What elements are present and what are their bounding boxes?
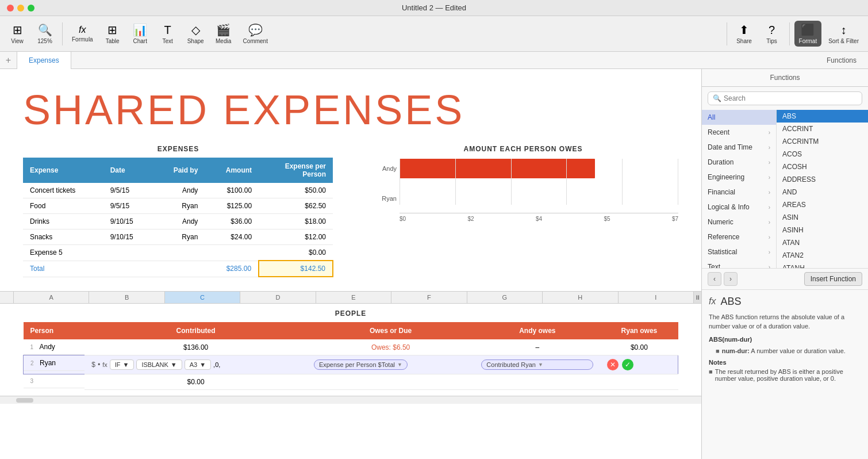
chip-expense-per-person[interactable]: Expense per Person $Total ▼ — [314, 359, 408, 370]
table-row[interactable]: Snacks 9/10/15 Ryan $24.00 $12.00 — [23, 230, 333, 245]
function-atanh[interactable]: ATANH — [777, 262, 868, 268]
divider-3 — [789, 22, 790, 45]
comment-button[interactable]: 💬 Comment — [239, 21, 272, 47]
shape-button[interactable]: ◇ Shape — [183, 21, 209, 47]
chart-button[interactable]: 📊 Chart — [128, 21, 153, 47]
panel-header: Functions — [702, 69, 868, 87]
people-row-2[interactable]: 2 Ryan $ • fx IF ▼ ISBLANK ▼ A3 ▼ — [24, 355, 678, 374]
category-duration[interactable]: Duration › — [702, 155, 776, 170]
nav-next-button[interactable]: › — [724, 272, 738, 286]
chip-contributed-ryan[interactable]: Contributed Ryan ▼ — [481, 359, 593, 370]
view-button[interactable]: ⊞ View — [5, 21, 30, 47]
people-row-1[interactable]: 1 Andy $136.00 Owes: $6.50 – $0.00 — [24, 339, 678, 355]
search-input[interactable] — [724, 94, 857, 102]
chart-section: AMOUNT EACH PERSON OWES — [368, 145, 678, 222]
people-table: Person Contributed Owes or Due Andy owes… — [23, 322, 678, 390]
col-header-a[interactable]: A — [14, 292, 89, 303]
a3-select[interactable]: A3 ▼ — [185, 359, 211, 370]
function-acos[interactable]: ACOS — [777, 148, 868, 160]
tips-button[interactable]: ? Tips — [759, 21, 785, 47]
col-expense-per-person: Expense perPerson — [259, 158, 333, 183]
maximize-button[interactable] — [28, 5, 34, 12]
function-detail: fx ABS The ABS function returns the abso… — [702, 290, 868, 460]
main-area: SHARED EXPENSES EXPENSES Expense Date Pa… — [0, 69, 868, 459]
function-atan2[interactable]: ATAN2 — [777, 249, 868, 262]
search-box[interactable]: 🔍 — [708, 91, 862, 105]
category-statistical[interactable]: Statistical › — [702, 244, 776, 259]
category-engineering[interactable]: Engineering › — [702, 170, 776, 185]
confirm-formula-button[interactable]: ✓ — [622, 359, 633, 370]
hscroll-thumb[interactable] — [16, 398, 33, 403]
row-num-3: 3 — [30, 378, 37, 384]
category-recent[interactable]: Recent › — [702, 125, 776, 140]
zoom-button[interactable]: 🔍 125% — [32, 21, 57, 47]
function-atan[interactable]: ATAN — [777, 236, 868, 249]
col-header-g[interactable]: G — [467, 292, 543, 303]
people-section: PEOPLE Person Contributed Owes or Due An… — [0, 304, 701, 396]
table-row[interactable]: Food 9/5/15 Ryan $125.00 $62.50 — [23, 198, 333, 214]
media-button[interactable]: 🎬 Media — [211, 21, 236, 47]
sort-filter-button[interactable]: ↕ Sort & Filter — [824, 21, 863, 47]
function-asin[interactable]: ASIN — [777, 211, 868, 224]
col-header-i[interactable]: I — [619, 292, 693, 303]
function-acosh[interactable]: ACOSH — [777, 160, 868, 173]
table-row[interactable]: Concert tickets 9/5/15 Andy $100.00 $50.… — [23, 183, 333, 198]
people-title: PEOPLE — [23, 309, 678, 318]
col-header-h[interactable]: H — [543, 292, 618, 303]
format-button[interactable]: ⬛ Format — [794, 21, 822, 47]
category-all[interactable]: All — [702, 110, 776, 125]
search-icon: 🔍 — [713, 94, 721, 102]
isblank-select[interactable]: ISBLANK ▼ — [136, 359, 182, 370]
col-header-d[interactable]: D — [240, 292, 316, 303]
table-row[interactable]: Drinks 9/10/15 Andy $36.00 $18.00 — [23, 214, 333, 230]
function-address[interactable]: ADDRESS — [777, 173, 868, 186]
function-accrint[interactable]: ACCRINT — [777, 123, 868, 135]
expenses-title: EXPENSES — [23, 145, 333, 153]
chart-label-ryan: Ryan — [368, 195, 397, 202]
table-row[interactable]: Expense 5 $0.00 — [23, 245, 333, 261]
category-text[interactable]: Text › — [702, 259, 776, 268]
col-date: Date — [103, 158, 153, 183]
expenses-section: EXPENSES Expense Date Paid by Amount Exp… — [23, 145, 333, 277]
function-abs[interactable]: ABS — [777, 110, 868, 123]
col-header-b[interactable]: B — [89, 292, 164, 303]
col-header-e[interactable]: E — [316, 292, 391, 303]
scroll-handle[interactable]: ⏸ — [693, 292, 701, 303]
if-select[interactable]: IF ▼ — [110, 359, 135, 370]
formula-button[interactable]: fx Formula — [67, 22, 98, 45]
col-amount: Amount — [205, 158, 259, 183]
text-icon: T — [164, 24, 171, 37]
table-button[interactable]: ⊞ Table — [100, 21, 125, 47]
function-and[interactable]: AND — [777, 186, 868, 198]
format-icon: ⬛ — [801, 23, 815, 37]
category-reference[interactable]: Reference › — [702, 230, 776, 244]
horizontal-scrollbar[interactable] — [0, 396, 701, 404]
category-financial[interactable]: Financial › — [702, 185, 776, 200]
function-areas[interactable]: AREAS — [777, 198, 868, 211]
expenses-table: Expense Date Paid by Amount Expense perP… — [23, 158, 333, 277]
total-row[interactable]: Total $285.00 $142.50 — [23, 261, 333, 277]
function-accrintm[interactable]: ACCRINTM — [777, 135, 868, 148]
formula-inline: $ • fx IF ▼ ISBLANK ▼ A3 ▼ ,0, — [91, 359, 300, 370]
shape-icon: ◇ — [191, 23, 200, 37]
category-logical-info[interactable]: Logical & Info › — [702, 200, 776, 215]
cancel-formula-button[interactable]: ✕ — [607, 359, 619, 370]
minimize-button[interactable] — [17, 5, 24, 12]
col-header-f[interactable]: F — [391, 292, 467, 303]
add-sheet-button[interactable]: + — [0, 52, 17, 69]
category-date-time[interactable]: Date and Time › — [702, 140, 776, 155]
column-headers: A B C D E F G H I ⏸ — [0, 291, 701, 304]
fx-detail-icon: fx — [709, 296, 716, 307]
categories-list: All Recent › Date and Time › Duration › … — [702, 110, 777, 268]
people-row-3[interactable]: 3 $0.00 — [24, 374, 678, 390]
function-asinh[interactable]: ASINH — [777, 224, 868, 236]
formula-icon: fx — [79, 25, 86, 35]
insert-function-button[interactable]: Insert Function — [804, 272, 862, 286]
close-button[interactable] — [7, 5, 14, 12]
col-header-c[interactable]: C — [165, 292, 240, 303]
share-button[interactable]: ⬆ Share — [732, 21, 757, 47]
tab-expenses[interactable]: Expenses — [17, 52, 71, 69]
nav-prev-button[interactable]: ‹ — [708, 272, 721, 286]
category-numeric[interactable]: Numeric › — [702, 215, 776, 230]
text-button[interactable]: T Text — [155, 21, 180, 47]
